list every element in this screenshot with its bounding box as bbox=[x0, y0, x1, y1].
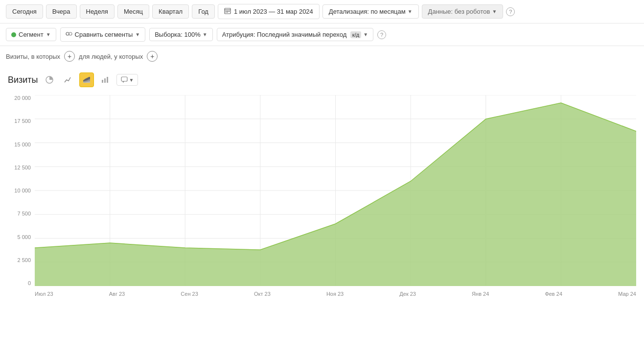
pie-chart-icon bbox=[46, 76, 53, 84]
x-label-jan24: Янв 24 bbox=[472, 291, 489, 301]
chart-type-area-btn[interactable] bbox=[79, 72, 94, 87]
quarter-btn[interactable]: Квартал bbox=[152, 4, 189, 19]
chart-svg bbox=[35, 95, 636, 286]
top-help-icon[interactable]: ? bbox=[506, 7, 515, 16]
segment-label: Сегмент bbox=[19, 31, 44, 38]
data-chevron-icon: ▼ bbox=[492, 9, 497, 14]
today-btn[interactable]: Сегодня bbox=[6, 4, 43, 19]
top-bar: Сегодня Вчера Неделя Месяц Квартал Год 1… bbox=[0, 0, 644, 24]
visits-filter-label: Визиты, в которых bbox=[6, 53, 60, 60]
sample-btn[interactable]: Выборка: 100% ▼ bbox=[149, 28, 213, 41]
compare-segments-icon bbox=[66, 30, 72, 39]
compare-label: Сравнить сегменты bbox=[75, 31, 133, 38]
detail-chevron-icon: ▼ bbox=[408, 9, 413, 14]
x-label-dec23: Дек 23 bbox=[399, 291, 416, 301]
add-visits-filter-btn[interactable]: + bbox=[64, 51, 75, 62]
x-label-jul23: Июл 23 bbox=[35, 291, 53, 301]
compare-btn[interactable]: Сравнить сегменты ▼ bbox=[60, 27, 146, 42]
data-btn[interactable]: Данные: без роботов ▼ bbox=[422, 4, 504, 19]
comment-icon bbox=[121, 76, 128, 83]
compare-chevron-icon: ▼ bbox=[135, 32, 140, 37]
svg-rect-14 bbox=[104, 78, 106, 83]
attribution-help-icon[interactable]: ? bbox=[377, 30, 386, 39]
detail-btn[interactable]: Детализация: по месяцам ▼ bbox=[322, 4, 419, 19]
line-chart-icon bbox=[64, 76, 72, 84]
grid-calendar-icon bbox=[224, 7, 231, 16]
date-range-btn[interactable]: 1 июл 2023 — 31 мар 2024 bbox=[218, 4, 320, 19]
attribution-label: Атрибуция: Последний значимый переход к/… bbox=[222, 31, 362, 38]
attribution-code: к/д bbox=[350, 31, 361, 38]
second-bar: Сегмент ▼ Сравнить сегменты ▼ Выборка: 1… bbox=[0, 24, 644, 46]
svg-rect-5 bbox=[226, 12, 227, 13]
chart-inner bbox=[35, 95, 636, 286]
svg-rect-6 bbox=[227, 12, 228, 13]
svg-marker-17 bbox=[122, 81, 124, 83]
y-label-4: 10 000 bbox=[8, 188, 31, 193]
x-axis-labels: Июл 23 Авг 23 Сен 23 Окт 23 Ноя 23 Дек 2… bbox=[35, 291, 636, 301]
y-label-1: 2 500 bbox=[8, 257, 31, 263]
svg-rect-15 bbox=[107, 77, 108, 83]
sample-label: Выборка: 100% bbox=[155, 31, 201, 38]
detail-text: Детализация: по месяцам bbox=[329, 8, 406, 15]
x-label-mar24: Мар 24 bbox=[618, 291, 636, 301]
y-label-0: 0 bbox=[8, 280, 31, 286]
chart-section: Визиты bbox=[0, 67, 644, 307]
year-btn[interactable]: Год bbox=[192, 4, 215, 19]
chart-area: 20 000 17 500 15 000 12 500 10 000 7 500… bbox=[8, 95, 636, 301]
attribution-chevron-icon: ▼ bbox=[363, 32, 368, 37]
x-label-sep23: Сен 23 bbox=[181, 291, 198, 301]
attribution-btn[interactable]: Атрибуция: Последний значимый переход к/… bbox=[217, 28, 373, 41]
area-chart-icon bbox=[83, 76, 91, 84]
x-label-nov23: Ноя 23 bbox=[326, 291, 344, 301]
data-text: Данные: без роботов bbox=[428, 8, 490, 15]
date-range-text: 1 июл 2023 — 31 мар 2024 bbox=[234, 8, 313, 15]
segment-chevron-icon: ▼ bbox=[46, 32, 51, 37]
y-label-5: 12 500 bbox=[8, 165, 31, 170]
y-label-2: 5 000 bbox=[8, 234, 31, 240]
chart-type-pie-btn[interactable] bbox=[42, 72, 57, 87]
x-label-oct23: Окт 23 bbox=[254, 291, 271, 301]
svg-rect-4 bbox=[229, 11, 230, 12]
y-label-8: 20 000 bbox=[8, 95, 31, 101]
sample-chevron-icon: ▼ bbox=[203, 32, 207, 37]
svg-rect-16 bbox=[121, 77, 127, 81]
y-axis-labels: 20 000 17 500 15 000 12 500 10 000 7 500… bbox=[8, 95, 35, 286]
segment-btn[interactable]: Сегмент ▼ bbox=[6, 28, 56, 41]
chart-type-line-btn[interactable] bbox=[61, 72, 75, 87]
add-people-filter-btn[interactable]: + bbox=[147, 51, 158, 62]
y-label-7: 17 500 bbox=[8, 118, 31, 124]
month-btn[interactable]: Месяц bbox=[117, 4, 149, 19]
segment-dot-icon bbox=[11, 32, 16, 37]
x-label-feb24: Фев 24 bbox=[545, 291, 562, 301]
x-label-aug23: Авг 23 bbox=[109, 291, 125, 301]
y-label-3: 7 500 bbox=[8, 211, 31, 216]
svg-point-7 bbox=[66, 32, 69, 35]
y-label-6: 15 000 bbox=[8, 142, 31, 147]
chart-type-bar-btn[interactable] bbox=[98, 72, 113, 87]
svg-rect-2 bbox=[226, 11, 227, 12]
svg-point-8 bbox=[69, 32, 72, 35]
comment-btn[interactable]: ▼ bbox=[116, 74, 138, 86]
people-filter-label: для людей, у которых bbox=[79, 53, 143, 60]
comment-chevron-icon: ▼ bbox=[129, 77, 134, 83]
filter-bar: Визиты, в которых + для людей, у которых… bbox=[0, 46, 644, 67]
svg-rect-13 bbox=[102, 80, 103, 83]
bar-chart-icon bbox=[101, 76, 109, 84]
week-btn[interactable]: Неделя bbox=[80, 4, 115, 19]
yesterday-btn[interactable]: Вчера bbox=[46, 4, 77, 19]
chart-title: Визиты bbox=[8, 75, 38, 85]
chart-header: Визиты bbox=[8, 72, 636, 87]
svg-rect-3 bbox=[227, 11, 228, 12]
